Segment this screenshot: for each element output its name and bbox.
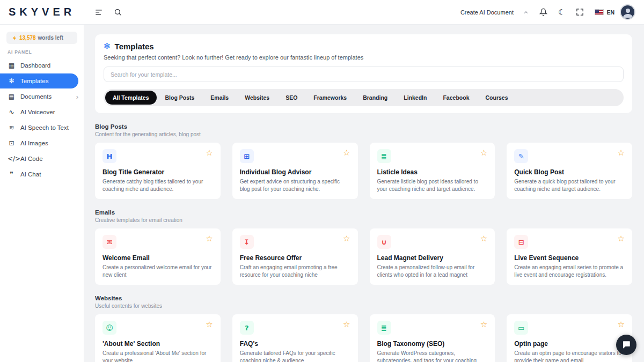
sidebar-item-ai-code[interactable]: </> AI Code ›: [0, 151, 84, 166]
magnet-icon: ∪: [377, 235, 391, 249]
sidebar-item-ai-voiceover[interactable]: ∿ AI Voiceover ›: [0, 105, 84, 120]
favorite-star-icon[interactable]: ☆: [480, 149, 487, 157]
template-card-description: Create an engaging email series to promo…: [514, 264, 625, 278]
tab-branding[interactable]: Branding: [355, 91, 395, 105]
section-title-blog-posts: Blog Posts: [95, 123, 632, 130]
tab-courses[interactable]: Courses: [478, 91, 515, 105]
template-card-welcome-email[interactable]: ✉ ☆ Welcome Email Create a personalized …: [95, 228, 221, 285]
calendar-icon: ⊟: [514, 235, 528, 249]
chat-bubble-icon: [621, 340, 631, 350]
sidebar-item-label: Dashboard: [20, 62, 50, 69]
template-card-listicle-ideas[interactable]: ≣ ☆ Listicle Ideas Generate listicle blo…: [370, 143, 495, 199]
words-left-label: words left: [38, 35, 63, 41]
table-icon: ⊞: [240, 149, 254, 163]
sidebar-item-ai-images[interactable]: ⊡ AI Images ›: [0, 136, 84, 151]
favorite-star-icon[interactable]: ☆: [206, 235, 213, 243]
filter-tabs: All TemplatesBlog PostsEmailsWebsitesSEO…: [104, 89, 624, 106]
favorite-star-icon[interactable]: ☆: [343, 149, 350, 157]
favorite-star-icon[interactable]: ☆: [480, 235, 487, 243]
favorite-star-icon[interactable]: ☆: [206, 149, 213, 157]
tab-emails[interactable]: Emails: [203, 91, 236, 105]
template-card-description: Create an optin page to encourage visito…: [514, 350, 625, 362]
tab-linkedin[interactable]: LinkedIn: [396, 91, 434, 105]
heading-icon: H: [103, 149, 116, 163]
template-search-input[interactable]: [104, 67, 624, 82]
chevron-right-icon: ›: [76, 93, 78, 100]
template-card-description: Create a professional 'About Me' section…: [103, 350, 213, 362]
menu-toggle-icon[interactable]: [91, 5, 106, 19]
chevron-up-icon: [523, 10, 529, 15]
code-icon: </>: [8, 155, 16, 162]
download-icon: ↧: [240, 235, 254, 249]
template-card-blog-taxonomy-seo[interactable]: ≣ ☆ Blog Taxonomy (SEO) Generate WordPre…: [370, 314, 495, 362]
sidebar-item-documents[interactable]: ▤ Documents ›: [0, 89, 84, 104]
favorite-star-icon[interactable]: ☆: [480, 321, 487, 329]
favorite-star-icon[interactable]: ☆: [618, 321, 625, 329]
template-card-title: Live Event Sequence: [514, 254, 625, 262]
sidebar-item-ai-chat[interactable]: ❞ AI Chat ›: [0, 167, 84, 182]
template-card-live-event-sequence[interactable]: ⊟ ☆ Live Event Sequence Create an engagi…: [507, 228, 632, 285]
panel-section-label: AI PANEL: [8, 49, 84, 55]
us-flag-icon: [595, 9, 604, 15]
sidebar-item-templates[interactable]: ✻ Templates ›: [0, 73, 78, 88]
language-selector[interactable]: EN: [595, 9, 614, 16]
template-card-description: Get expert advice on structuring a speci…: [240, 178, 350, 193]
sidebar-item-label: AI Chat: [20, 171, 41, 178]
favorite-star-icon[interactable]: ☆: [343, 235, 350, 243]
template-card-quick-blog-post[interactable]: ✎ ☆ Quick Blog Post Generate a quick blo…: [507, 143, 632, 199]
chat-widget-button[interactable]: [616, 335, 636, 355]
sidebar-item-ai-speech-to-text[interactable]: ≋ AI Speech to Text ›: [0, 120, 84, 135]
templates-icon: ✻: [104, 41, 111, 51]
favorite-star-icon[interactable]: ☆: [618, 149, 625, 157]
template-card-about-me-section[interactable]: ☺ ☆ 'About Me' Section Create a professi…: [95, 314, 221, 362]
tab-seo[interactable]: SEO: [278, 91, 305, 105]
template-card-free-resource-offer[interactable]: ↧ ☆ Free Resource Offer Craft an engagin…: [232, 228, 358, 285]
dashboard-icon: ▦: [8, 62, 16, 69]
template-section: Blog Posts Content for the generating ar…: [95, 123, 632, 199]
tab-blog-posts[interactable]: Blog Posts: [158, 91, 202, 105]
sidebar-menu: ▦ Dashboard › ✻ Templates › ▤ Documents …: [0, 58, 84, 182]
template-card-blog-title-generator[interactable]: H ☆ Blog Title Generator Generate catchy…: [95, 143, 221, 199]
tab-facebook[interactable]: Facebook: [435, 91, 477, 105]
pen-icon: ✎: [514, 149, 528, 163]
section-subtitle: Useful contents for websites: [95, 303, 632, 309]
sidebar-item-dashboard[interactable]: ▦ Dashboard ›: [0, 58, 84, 73]
create-ai-document-label: Create AI Document: [460, 9, 514, 16]
favorite-star-icon[interactable]: ☆: [618, 235, 625, 243]
template-card-title: Optin page: [514, 340, 625, 348]
template-card-individual-blog-advisor[interactable]: ⊞ ☆ Individual Blog Advisor Get expert a…: [232, 143, 358, 199]
page-subtitle: Seeking that perfect content? Look no fu…: [104, 54, 624, 61]
favorite-star-icon[interactable]: ☆: [343, 321, 350, 329]
create-ai-document-button[interactable]: Create AI Document: [460, 9, 529, 16]
template-card-optin-page[interactable]: ▭ ☆ Optin page Create an optin page to e…: [507, 314, 632, 362]
template-card-title: Individual Blog Advisor: [240, 168, 350, 176]
tab-frameworks[interactable]: Frameworks: [306, 91, 354, 105]
search-icon[interactable]: [111, 5, 125, 19]
layout-icon: ▭: [514, 321, 528, 335]
language-label: EN: [606, 9, 614, 16]
top-bar: SKYVER Create AI Document ☾ EN: [0, 0, 644, 25]
notifications-bell-icon[interactable]: [536, 5, 551, 19]
template-card-lead-magnet-delivery[interactable]: ∪ ☆ Lead Magnet Delivery Create a person…: [370, 228, 495, 285]
tab-all-templates[interactable]: All Templates: [105, 91, 157, 105]
dark-mode-moon-icon[interactable]: ☾: [555, 4, 568, 20]
speech-to-text-icon: ≋: [8, 124, 16, 131]
voiceover-waveform-icon: ∿: [8, 108, 16, 116]
user-avatar[interactable]: [620, 4, 635, 20]
section-title-emails: Emails: [95, 209, 632, 216]
words-left-badge[interactable]: 13,578 words left: [6, 32, 77, 44]
template-card-title: FAQ's: [240, 340, 350, 348]
tab-websites[interactable]: Websites: [237, 91, 277, 105]
sections: Blog Posts Content for the generating ar…: [95, 123, 632, 362]
fullscreen-icon[interactable]: [573, 5, 587, 19]
list-icon: ≣: [377, 321, 391, 335]
documents-icon: ▤: [8, 93, 16, 100]
app-logo: SKYVER: [9, 6, 89, 18]
favorite-star-icon[interactable]: ☆: [206, 321, 213, 329]
template-card-title: Blog Title Generator: [103, 168, 213, 176]
template-card-description: Generate tailored FAQs for your specific…: [240, 350, 350, 362]
sidebar-item-label: Documents: [20, 93, 52, 100]
template-card-faq-s[interactable]: ? ☆ FAQ's Generate tailored FAQs for you…: [232, 314, 358, 362]
card-grid: H ☆ Blog Title Generator Generate catchy…: [95, 143, 632, 199]
template-card-title: Free Resource Offer: [240, 254, 350, 262]
